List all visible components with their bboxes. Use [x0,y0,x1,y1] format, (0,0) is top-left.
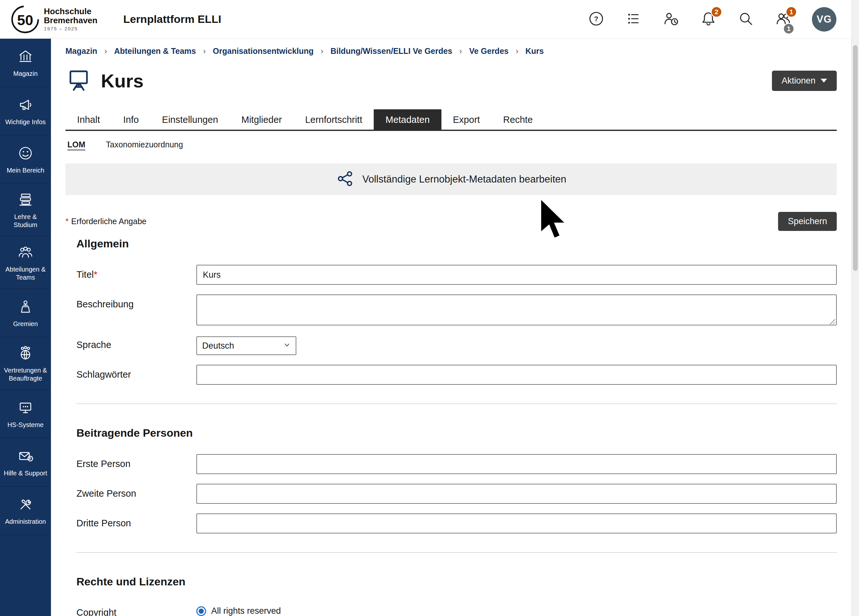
actions-button[interactable]: Aktionen [772,70,837,91]
megaphone-icon [17,97,34,114]
tab-info[interactable]: Info [112,109,150,130]
tab-bar: Inhalt Info Einstellungen Mitglieder Ler… [66,109,837,131]
contacts-badge: 1 [786,6,797,18]
sidebar-item-mein-bereich[interactable]: Mein Bereich [0,136,51,184]
sidebar-item-label: Wichtige Infos [5,118,46,126]
tab-einstellungen[interactable]: Einstellungen [150,109,230,130]
page-title: Kurs [101,70,144,92]
sidebar-item-label: Administration [5,518,46,526]
field-row-erste-person: Erste Person [77,454,837,474]
tab-rechte[interactable]: Rechte [491,109,544,130]
field-row-dritte-person: Dritte Person [77,513,837,533]
subtab-taxonomiezuordnung[interactable]: Taxonomiezuordnung [106,140,183,149]
edit-full-metadata-banner[interactable]: Vollständige Lernobjekt-Metadaten bearbe… [66,164,837,195]
breadcrumb-item[interactable]: Bildung/Wissen/ELLI Ve Gerdes [331,47,469,56]
logo-line1: Hochschule [44,7,97,16]
titel-label: Titel* [77,265,196,280]
section-divider [77,552,837,553]
mail-help-icon: ? [17,448,34,465]
sidebar-filler [0,535,51,616]
all-rights-reserved-radio[interactable] [196,606,206,616]
globe-group-icon [17,345,34,363]
tab-metadaten[interactable]: Metadaten [374,109,441,130]
user-avatar[interactable]: VG [812,7,836,31]
contacts-button[interactable]: 1 1 [775,11,792,28]
save-button[interactable]: Speichern [778,212,837,231]
tab-export[interactable]: Export [442,109,492,130]
svg-text:?: ? [594,14,598,23]
sidebar-item-label: Magazin [13,70,38,78]
sidebar-item-label: Gremien [13,320,38,328]
chevron-down-icon [283,341,291,351]
section-divider [77,403,837,404]
field-row-titel: Titel* [77,265,837,285]
search-button[interactable] [737,11,754,28]
all-rights-reserved-label: All rights reserved [211,606,281,616]
sidebar-item-wichtige-infos[interactable]: Wichtige Infos [0,87,51,136]
sidebar-item-label: Lehre & Studium [2,213,49,229]
main-content: Magazin Abteilungen & Teams Organisation… [51,39,851,616]
books-icon [17,192,34,209]
university-logo[interactable]: 50 Hochschule Bremerhaven 1975 – 2025 [10,4,97,35]
sprache-select[interactable]: Deutsch [196,336,296,355]
podium-icon [17,299,34,316]
copyright-radio-row: All rights reserved [196,603,837,616]
sidebar-item-lehre-studium[interactable]: Lehre & Studium [0,184,51,236]
field-row-sprache: Sprache Deutsch [77,336,837,355]
sprache-label: Sprache [77,336,196,350]
field-row-copyright: Copyright All rights reserved [77,603,837,616]
dritte-person-label: Dritte Person [77,513,196,528]
top-header: 50 Hochschule Bremerhaven 1975 – 2025 Le… [0,0,859,39]
field-row-zweite-person: Zweite Person [77,484,837,504]
titel-input[interactable] [196,265,837,285]
section-title-allgemein: Allgemein [77,238,837,250]
sidebar-item-label: HS-Systeme [8,421,44,429]
tab-inhalt[interactable]: Inhalt [66,109,112,130]
workflow-share-icon [336,170,354,189]
sidebar-item-label: Vertretungen & Beauftragte [2,366,49,383]
tab-mitglieder[interactable]: Mitglieder [230,109,294,130]
svg-text:50: 50 [17,12,33,28]
zweite-person-input[interactable] [196,484,837,504]
radio-dot [198,608,204,614]
help-button[interactable]: ? [587,11,605,28]
subtab-bar: LOM Taxonomiezuordnung [66,140,837,149]
beschreibung-textarea[interactable] [196,294,837,325]
titel-required-marker: * [94,269,97,280]
sidebar-item-magazin[interactable]: Magazin [0,39,51,87]
required-note: *Erforderliche Angabe [66,217,147,226]
dritte-person-input[interactable] [196,513,837,533]
team-icon [17,244,34,261]
sidebar-item-gremien[interactable]: Gremien [0,289,51,337]
sidebar-item-hs-systeme[interactable]: HS-Systeme [0,390,51,438]
required-note-text: Erforderliche Angabe [71,217,147,226]
page-title-row: Kurs Aktionen [66,67,837,94]
breadcrumb-item[interactable]: Kurs [526,47,544,56]
breadcrumb-item[interactable]: Ve Gerdes [469,47,526,56]
contacts-badge-secondary: 1 [783,23,795,34]
banner-label: Vollständige Lernobjekt-Metadaten bearbe… [362,174,567,185]
sidebar-item-administration[interactable]: Administration [0,487,51,535]
tab-lernfortschritt[interactable]: Lernfortschritt [294,109,374,130]
sidebar-item-vertretungen[interactable]: Vertretungen & Beauftragte [0,337,51,390]
erste-person-input[interactable] [196,454,837,474]
schlagwoerter-input[interactable] [196,365,837,385]
monitor-icon [17,400,34,417]
breadcrumb-item[interactable]: Abteilungen & Teams [114,47,213,56]
user-activity-button[interactable] [662,11,680,28]
notifications-button[interactable]: 2 [700,11,717,28]
memberships-button[interactable] [625,11,642,28]
form-action-row: *Erforderliche Angabe Speichern [66,212,837,231]
breadcrumb-item[interactable]: Magazin [66,47,114,56]
main-sidebar: Magazin Wichtige Infos Mein Bereich Lehr… [0,39,51,616]
sidebar-item-abteilungen-teams[interactable]: Abteilungen & Teams [0,236,51,289]
help-icon: ? [588,11,604,28]
course-board-icon [66,67,92,94]
subtab-lom[interactable]: LOM [67,140,86,149]
anniversary-50-icon: 50 [10,4,41,35]
schlagwoerter-label: Schlagwörter [77,365,196,380]
vertical-scrollbar[interactable] [851,0,859,616]
scrollbar-thumb[interactable] [853,45,858,271]
sidebar-item-hilfe-support[interactable]: ? Hilfe & Support [0,438,51,487]
breadcrumb-item[interactable]: Organisationsentwicklung [213,47,331,56]
